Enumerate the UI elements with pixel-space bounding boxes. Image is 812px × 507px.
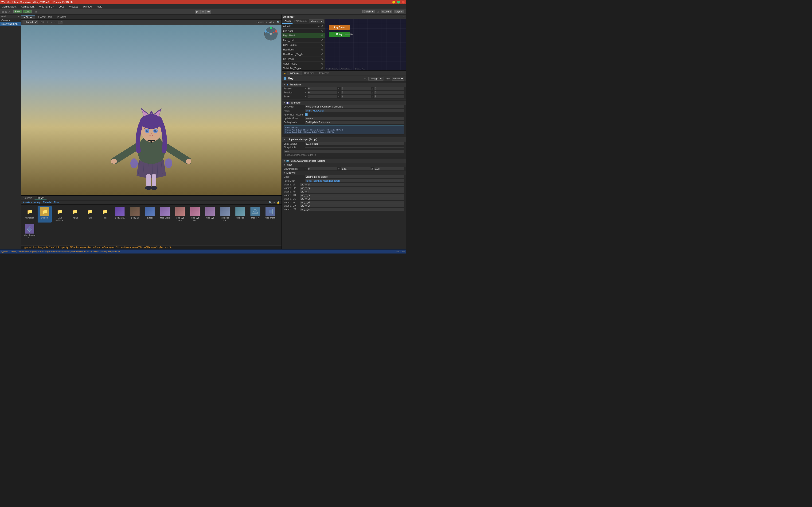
- asset-moe-eye-no[interactable]: Moe Eye No...: [188, 206, 202, 223]
- layer-right-hand[interactable]: Right Hand ⚙: [282, 33, 325, 38]
- tab-layers[interactable]: Layers: [282, 19, 293, 24]
- vrc-avatar-header[interactable]: ▼ V VRC Avatar Descriptor (Script): [282, 159, 406, 163]
- audio-icon[interactable]: ♪: [51, 21, 52, 24]
- face-mesh-value[interactable]: ♦Body (Skinned Mesh Renderer): [305, 179, 404, 182]
- layer-left-hand[interactable]: Left Hand ⚙: [282, 29, 325, 33]
- breadcrumb-moe[interactable]: Moe: [54, 201, 58, 204]
- view-section-header[interactable]: ▼ View: [282, 163, 406, 167]
- menu-gameobject[interactable]: GameObject: [1, 5, 17, 8]
- tag-dropdown[interactable]: Untagged: [368, 77, 384, 80]
- asset-body-all-x[interactable]: Body all X: [113, 206, 127, 223]
- layers-button[interactable]: Layers: [394, 10, 404, 13]
- layer-dropdown[interactable]: Default: [392, 77, 404, 80]
- asset-map-folder[interactable]: 📁 Map modifica...: [53, 206, 67, 223]
- tab-occlusion[interactable]: Occlusion: [302, 71, 317, 75]
- gameobject-enabled-checkbox[interactable]: ✓: [284, 77, 287, 80]
- asset-moe-eye[interactable]: Moe Eye: [203, 206, 217, 223]
- rot-z[interactable]: 0: [374, 91, 404, 94]
- hierarchy-item-directional-light[interactable]: Directional Light: [0, 22, 21, 26]
- menu-window[interactable]: Window: [82, 5, 93, 8]
- pipeline-manager-header[interactable]: ▼ ℹ Pipeline Manager (Script): [282, 137, 406, 142]
- state-node-entry[interactable]: Entry: [329, 32, 350, 37]
- viewport-gizmo[interactable]: X Y Z: [264, 27, 278, 41]
- pos-z[interactable]: 0: [374, 87, 404, 90]
- asset-tex-folder[interactable]: 📁 Tex: [98, 206, 112, 223]
- all-btn[interactable]: All ▼: [269, 21, 275, 23]
- rot-y[interactable]: 0: [341, 91, 371, 94]
- gear-icon[interactable]: ⚙: [321, 62, 323, 65]
- menu-jobs[interactable]: Jobs: [58, 5, 65, 8]
- breadcrumb-assets[interactable]: Assets: [23, 201, 30, 204]
- gear-icon[interactable]: ⚙: [321, 67, 323, 70]
- layer-headtouch[interactable]: HeadTouch ⚙: [282, 47, 325, 52]
- menu-help[interactable]: Help: [96, 5, 103, 8]
- local-button[interactable]: Local: [23, 10, 32, 13]
- gizmos-btn[interactable]: Gizmos ▼: [257, 21, 268, 23]
- tab-console[interactable]: Console: [21, 196, 35, 200]
- gear-icon[interactable]: ⚙: [321, 53, 323, 56]
- apply-root-motion-checkbox[interactable]: ✓: [305, 113, 308, 116]
- toolbar-icon-1[interactable]: ⊞: [1, 10, 4, 13]
- gear-icon[interactable]: ⚙: [321, 58, 323, 61]
- account-button[interactable]: Account: [380, 10, 392, 13]
- gear-icon[interactable]: ⚙: [321, 48, 323, 51]
- asset-moe-param[interactable]: Moe_Parame...: [22, 223, 37, 240]
- scale-z[interactable]: 1: [374, 95, 404, 98]
- tab-asset-store[interactable]: ⊞Asset Store: [35, 15, 55, 19]
- step-button[interactable]: ⏭: [206, 10, 211, 14]
- gear-icon[interactable]: ⚙: [321, 39, 323, 42]
- layer-blink-control[interactable]: Blink_Control ⚙: [282, 43, 325, 47]
- play-button[interactable]: ▶: [195, 10, 200, 14]
- animator-component-header[interactable]: ▼ ▶ Animator: [282, 101, 406, 105]
- minimize-btn[interactable]: [392, 1, 395, 3]
- tab-inspector-2[interactable]: Inspector: [317, 71, 331, 75]
- rot-x[interactable]: 0: [308, 91, 338, 94]
- layer-outer-toggle[interactable]: Outer_Toggle ⚙: [282, 61, 325, 66]
- asset-custom-folder[interactable]: 📁 Custom: [38, 206, 52, 223]
- tab-parameters[interactable]: Parameters: [293, 19, 308, 24]
- filter-icon[interactable]: ≡: [273, 201, 275, 204]
- pos-y[interactable]: 0: [341, 87, 371, 90]
- 2d-toggle[interactable]: 2D: [40, 21, 45, 24]
- collab-button[interactable]: Collab ▼: [362, 10, 375, 13]
- close-btn[interactable]: [402, 1, 405, 3]
- tab-scene[interactable]: ⊞Scene: [21, 15, 35, 19]
- asset-moe-hair[interactable]: Moe Hair: [233, 206, 247, 223]
- maximize-btn[interactable]: [397, 1, 400, 3]
- asset-prefab-folder[interactable]: 📁 Prefab: [68, 206, 82, 223]
- state-machine-panel[interactable]: Kyubi closet/Moe/Animation/Moe_Original_…: [325, 19, 406, 70]
- layer-tail-ear-toggle[interactable]: Tail & Ear_Toggle ⚙: [282, 66, 325, 70]
- pause-button[interactable]: ⏸: [200, 10, 206, 14]
- toolbar-icon-3[interactable]: ✕: [8, 10, 10, 13]
- tab-project[interactable]: Project: [35, 196, 47, 200]
- tab-game[interactable]: ⊞Game: [55, 15, 69, 19]
- gear-icon[interactable]: ⚙: [321, 25, 323, 28]
- asset-body-all[interactable]: Body all: [128, 206, 142, 223]
- lipsync-section-header[interactable]: ▼ LipSync: [282, 171, 406, 175]
- breadcrumb-material[interactable]: Material: [43, 201, 52, 204]
- breadcrumb-rescery[interactable]: rescery: [33, 201, 40, 204]
- asset-psd-folder[interactable]: 📁 PSD: [83, 206, 97, 223]
- lock-icon[interactable]: 🔒: [277, 201, 280, 204]
- tab-inspector-1[interactable]: Inspector: [287, 71, 302, 75]
- toolbar-icon-2[interactable]: ⊠: [5, 10, 7, 13]
- search-icon[interactable]: 🔍: [277, 21, 280, 24]
- view-pos-z[interactable]: 0.08: [374, 167, 404, 170]
- hierarchy-menu-icon[interactable]: ≡: [18, 15, 19, 18]
- asset-effect[interactable]: Effect: [143, 206, 157, 223]
- layer-face-lock[interactable]: Face_Lock ⚙: [282, 38, 325, 43]
- viewport[interactable]: X Y Z: [21, 25, 282, 195]
- effects-icon[interactable]: ✦: [54, 21, 56, 24]
- gear-icon[interactable]: ⚙: [321, 44, 323, 47]
- scale-x[interactable]: 1: [308, 95, 338, 98]
- light-icon[interactable]: ☀: [47, 21, 49, 24]
- search-project-icon[interactable]: 🔍: [269, 201, 271, 204]
- view-pos-y[interactable]: 1.267: [341, 167, 371, 170]
- asset-moe-menu[interactable]: Moe_Menu: [263, 206, 277, 223]
- menu-component[interactable]: Component: [20, 5, 36, 8]
- menu-vrchat-sdk[interactable]: VRChat SDK: [38, 5, 55, 8]
- hierarchy-item-camera[interactable]: Camera: [0, 19, 21, 22]
- view-pos-x[interactable]: 0: [308, 167, 338, 170]
- menu-vrlabs[interactable]: VRLabs: [68, 5, 79, 8]
- asset-animation-folder[interactable]: 📁 Animation: [22, 206, 37, 223]
